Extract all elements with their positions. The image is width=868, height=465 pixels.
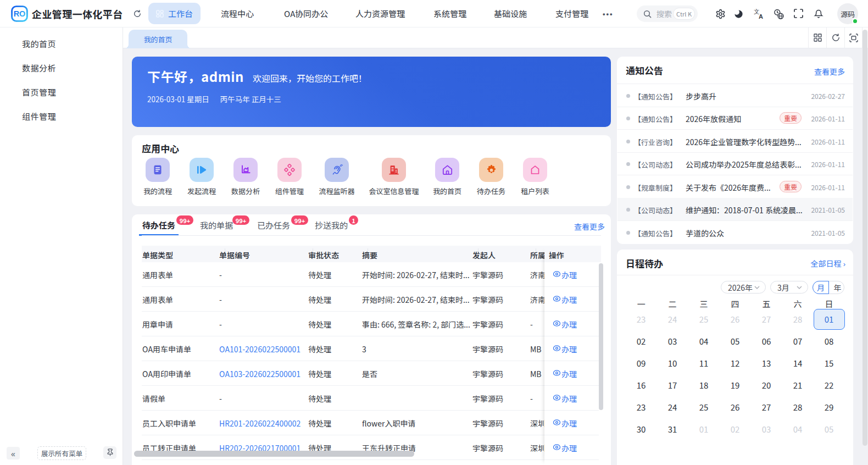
- svg-text:RO: RO: [14, 9, 26, 18]
- svg-text:A: A: [759, 13, 763, 20]
